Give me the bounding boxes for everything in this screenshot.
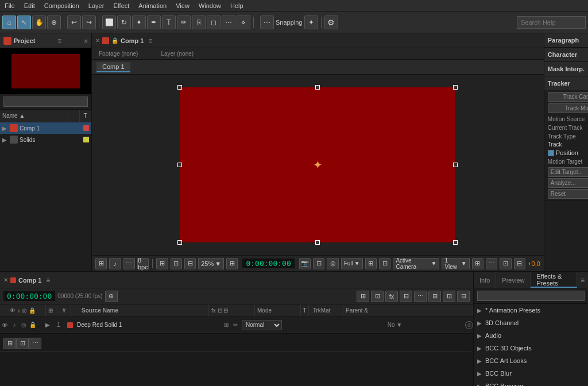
project-col-name[interactable]: Name ▲ [0, 110, 68, 122]
zoom-tool-button[interactable]: ⊕ [47, 16, 61, 29]
viewer-show-snapshot[interactable]: ⊡ [313, 258, 324, 269]
viewer-fast-preview[interactable]: ⊞ [472, 258, 483, 269]
effects-item-3d-channel[interactable]: ▶ 3D Channel [474, 316, 588, 329]
tab-preview[interactable]: Preview [496, 272, 531, 288]
menu-effect[interactable]: Effect [109, 1, 134, 10]
project-col-t[interactable]: T [80, 110, 91, 122]
position-checkbox[interactable] [548, 150, 554, 156]
viewer-reset-button[interactable]: ⊞ [226, 258, 238, 269]
viewer-grid-button[interactable]: ⊞ [156, 258, 168, 269]
character-header[interactable]: Character [544, 48, 588, 61]
timeline-ctrl-6[interactable]: ⊞ [428, 291, 441, 302]
timeline-timecode[interactable]: 0:00:00:00 [3, 291, 55, 301]
tl-col-name[interactable]: Source Name [79, 304, 209, 316]
effects-item-bcc-3d-objects[interactable]: ▶ BCC 3D Objects [474, 342, 588, 354]
layer-switch-1[interactable]: ⊞ [222, 321, 230, 329]
effects-panel-menu[interactable]: ≡ [577, 272, 588, 288]
track-camera-button[interactable]: Track Camera [548, 92, 588, 102]
viewer-color-picker[interactable]: ◎ [327, 258, 338, 269]
viewer-roi-button[interactable]: ⊡ [379, 258, 390, 269]
timeline-ctrl-1[interactable]: ⊞ [357, 291, 369, 302]
layer-parent-pick[interactable]: ◎ [465, 321, 473, 329]
timeline-ctrl-5[interactable]: ⋯ [414, 291, 427, 302]
edit-target-button[interactable]: Edit Target... [548, 167, 588, 177]
handle-bl[interactable] [177, 240, 182, 245]
settings-button[interactable]: ⚙ [324, 16, 338, 29]
layer-solo-btn[interactable]: ◎ [20, 321, 28, 329]
timeline-footer-btn2[interactable]: ⊡ [16, 338, 29, 349]
handle-bc[interactable] [315, 240, 320, 245]
viewer-bpc-button[interactable]: 8 bpc [137, 258, 149, 269]
pin-button[interactable]: ⋄ [237, 16, 250, 29]
menu-help[interactable]: Help [226, 1, 248, 10]
viewer-playback-button[interactable]: ⊞ [95, 258, 107, 269]
brush-button[interactable]: ✏ [177, 16, 191, 29]
viewer-snapshot-button[interactable]: 📷 [299, 258, 311, 269]
comp-tab-menu[interactable]: ≡ [148, 37, 152, 45]
menu-window[interactable]: Window [194, 1, 226, 10]
timeline-ctrl-3[interactable]: fx [385, 291, 398, 302]
menu-view[interactable]: View [171, 1, 194, 10]
effects-item-animation-presets[interactable]: ▶ * Animation Presets [474, 304, 588, 316]
effects-item-audio[interactable]: ▶ Audio [474, 329, 588, 342]
project-col-type[interactable] [68, 110, 80, 122]
viewer-rulers-button[interactable]: ⊡ [171, 258, 182, 269]
viewer-frame-blend[interactable]: ⊡ [500, 258, 511, 269]
timeline-ctrl-8[interactable]: ⊟ [457, 291, 470, 302]
effects-item-bcc-art-looks[interactable]: ▶ BCC Art Looks [474, 354, 588, 367]
reset-button[interactable]: Reset [548, 189, 588, 199]
layer-color-box[interactable] [67, 322, 73, 328]
timeline-menu[interactable]: ≡ [46, 276, 50, 284]
tab-info[interactable]: Info [474, 272, 496, 288]
transform-button[interactable]: ↻ [117, 16, 131, 29]
layer-audio-btn[interactable]: ♪ [10, 321, 18, 329]
puppet-button[interactable]: ⋯ [222, 16, 235, 29]
viewer-area[interactable]: ✦ [92, 75, 544, 255]
comp-name-label[interactable]: Comp 1 [96, 62, 130, 72]
effects-item-bcc-browser[interactable]: ▶ BCC Browser [474, 380, 588, 386]
handle-tc[interactable] [315, 85, 320, 90]
effects-item-bcc-blur[interactable]: ▶ BCC Blur [474, 367, 588, 380]
timeline-footer-btn3[interactable]: ⋯ [29, 338, 41, 349]
track-motion-button[interactable]: Track Motion [548, 103, 588, 113]
timeline-footer-btn1[interactable]: ⊞ [3, 338, 16, 349]
eraser-button[interactable]: ◻ [207, 16, 220, 29]
handle-tr[interactable] [453, 85, 458, 90]
project-panel-expand[interactable]: » [84, 37, 88, 45]
comp-tab-lock[interactable]: 🔒 [111, 37, 118, 44]
layer-eye-toggle[interactable]: 👁 [0, 317, 9, 333]
undo-button[interactable]: ↩ [67, 16, 81, 29]
handle-tl[interactable] [177, 85, 182, 90]
hand-tool-button[interactable]: ✋ [32, 16, 46, 29]
pen-button[interactable]: ✒ [147, 16, 161, 29]
handle-br[interactable] [453, 240, 458, 245]
viewer-quality-dropdown[interactable]: Full ▼ [341, 258, 363, 269]
layer-mode-select[interactable]: Normal [242, 320, 282, 330]
timeline-ctrl-4[interactable]: ⊟ [400, 291, 412, 302]
project-item-comp1[interactable]: ▶ Comp 1 [0, 122, 91, 134]
timeline-ctrl-7[interactable]: ⊡ [443, 291, 455, 302]
timeline-ctrl-2[interactable]: ⊡ [371, 291, 384, 302]
viewer-draft-button[interactable]: ⋯ [123, 258, 135, 269]
tab-effects-presets[interactable]: Effects & Presets [531, 272, 577, 288]
layer-collapse-btn[interactable]: ▶ [44, 321, 52, 329]
layer-lock-btn[interactable]: 🔒 [29, 321, 37, 329]
timeline-search-btn[interactable]: ⊕ [105, 291, 118, 302]
analyze-button[interactable]: Analyze... [548, 178, 588, 188]
viewer-3d[interactable]: ⊟ [514, 258, 525, 269]
viewer-audio-button[interactable]: ♪ [109, 258, 121, 269]
viewer-camera-dropdown[interactable]: Active Camera ▼ [393, 258, 439, 269]
menu-animation[interactable]: Animation [134, 1, 171, 10]
redo-button[interactable]: ↪ [82, 16, 96, 29]
text-button[interactable]: T [162, 16, 176, 29]
viewer-overlay-button[interactable]: ⊟ [184, 258, 196, 269]
project-item-solids[interactable]: ▶ Solids [0, 134, 91, 145]
layer-switch-2[interactable]: ✏ [231, 321, 239, 329]
mask-interp-header[interactable]: Mask Interp. [544, 62, 588, 76]
clone-button[interactable]: ⎘ [192, 16, 206, 29]
shape-button[interactable]: ✦ [132, 16, 146, 29]
menu-layer[interactable]: Layer [84, 1, 109, 10]
snapping-toggle[interactable]: ⋯ [260, 16, 274, 29]
effects-search-input[interactable] [477, 291, 585, 301]
select-box-button[interactable]: ⬜ [102, 16, 116, 29]
